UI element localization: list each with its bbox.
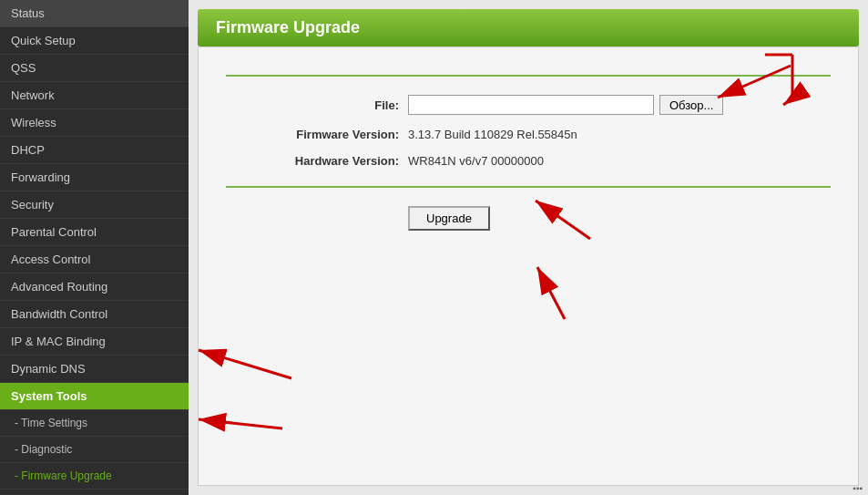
sidebar-item-system-tools[interactable]: System Tools: [0, 383, 189, 410]
file-path-input[interactable]: [408, 95, 654, 115]
hardware-version-value: WR841N v6/v7 00000000: [408, 154, 544, 168]
sidebar-item-forwarding[interactable]: Forwarding: [0, 164, 189, 191]
main-content: Firmware Upgrade File: Обзор... Firmware…: [189, 0, 868, 495]
sidebar-item-qss[interactable]: QSS: [0, 55, 189, 82]
sidebar-item-wireless[interactable]: Wireless: [0, 109, 189, 137]
browse-button[interactable]: Обзор...: [659, 95, 723, 115]
firmware-version-row: Firmware Version: 3.13.7 Build 110829 Re…: [226, 128, 831, 141]
firmware-version-label: Firmware Version:: [226, 128, 408, 141]
sidebar-item-parental-control[interactable]: Parental Control: [0, 219, 189, 246]
sidebar-item-time-settings[interactable]: - Time Settings: [0, 410, 189, 437]
file-input-group: Обзор...: [408, 95, 723, 115]
svg-line-2: [536, 201, 590, 239]
bottom-divider: [226, 186, 831, 188]
page-title: Firmware Upgrade: [198, 9, 859, 46]
sidebar-item-dynamic-dns[interactable]: Dynamic DNS: [0, 356, 189, 383]
sidebar-item-quick-setup[interactable]: Quick Setup: [0, 27, 189, 55]
sidebar-item-security[interactable]: Security: [0, 191, 189, 219]
sidebar-item-factory-defaults[interactable]: - Factory Defaults: [0, 490, 189, 495]
status-bar: ▪▪▪: [853, 483, 863, 493]
sidebar-item-diagnostic[interactable]: - Diagnostic: [0, 437, 189, 463]
sidebar-item-status[interactable]: Status: [0, 0, 189, 27]
sidebar-item-dhcp[interactable]: DHCP: [0, 137, 189, 164]
sidebar-item-access-control[interactable]: Access Control: [0, 246, 189, 273]
sidebar: Status Quick Setup QSS Network Wireless …: [0, 0, 189, 495]
upgrade-button[interactable]: Upgrade: [408, 206, 490, 231]
sidebar-item-firmware-upgrade[interactable]: - Firmware Upgrade: [0, 463, 189, 490]
hardware-version-row: Hardware Version: WR841N v6/v7 00000000: [226, 154, 831, 168]
sidebar-item-network[interactable]: Network: [0, 82, 189, 109]
hardware-version-label: Hardware Version:: [226, 154, 408, 168]
content-area: File: Обзор... Firmware Version: 3.13.7 …: [198, 46, 859, 486]
file-label: File:: [226, 98, 408, 112]
sidebar-item-advanced-routing[interactable]: Advanced Routing: [0, 273, 189, 301]
sidebar-item-bandwidth-control[interactable]: Bandwidth Control: [0, 301, 189, 328]
firmware-version-value: 3.13.7 Build 110829 Rel.55845n: [408, 128, 577, 141]
top-divider: [226, 75, 831, 77]
svg-line-1: [718, 66, 791, 98]
sidebar-item-ip-mac-binding[interactable]: IP & MAC Binding: [0, 328, 189, 356]
file-row: File: Обзор...: [226, 95, 831, 115]
